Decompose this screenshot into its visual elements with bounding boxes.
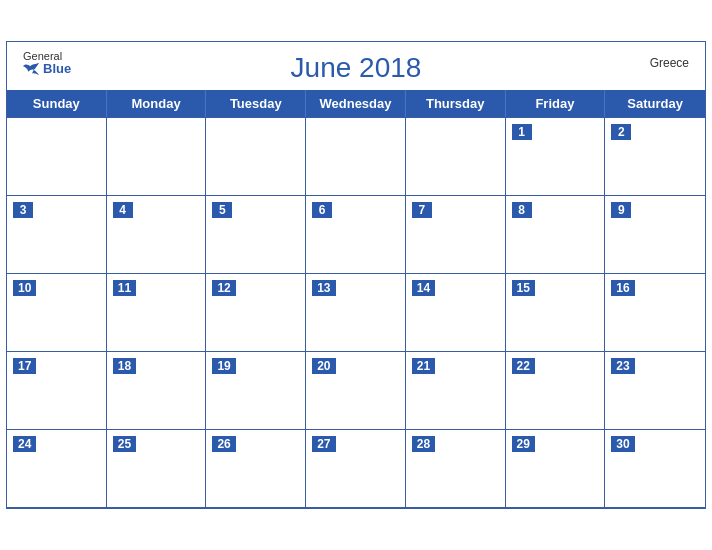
calendar-cell: 14 [406, 274, 506, 352]
calendar-cell: 26 [206, 430, 306, 508]
cell-day-number: 14 [412, 280, 435, 296]
cell-day-number: 3 [13, 202, 33, 218]
calendar-cell: 10 [7, 274, 107, 352]
cell-day-number: 19 [212, 358, 235, 374]
calendar-cell: 5 [206, 196, 306, 274]
calendar-cell: 9 [605, 196, 705, 274]
cell-day-number: 30 [611, 436, 634, 452]
cell-day-number: 22 [512, 358, 535, 374]
cell-day-number: 6 [312, 202, 332, 218]
calendar-cell [206, 118, 306, 196]
day-header-friday: Friday [506, 90, 606, 117]
country-label: Greece [650, 56, 689, 70]
cell-day-number: 24 [13, 436, 36, 452]
calendar-cell: 23 [605, 352, 705, 430]
calendar-cell: 13 [306, 274, 406, 352]
cell-day-number: 21 [412, 358, 435, 374]
calendar-cell: 25 [107, 430, 207, 508]
calendar-cell: 29 [506, 430, 606, 508]
cell-day-number: 4 [113, 202, 133, 218]
calendar-cell [406, 118, 506, 196]
calendar-cell: 4 [107, 196, 207, 274]
logo-bird-icon [23, 62, 41, 76]
day-header-sunday: Sunday [7, 90, 107, 117]
calendar-cell: 20 [306, 352, 406, 430]
cell-day-number: 16 [611, 280, 634, 296]
cell-day-number: 7 [412, 202, 432, 218]
calendar-cell: 7 [406, 196, 506, 274]
day-header-thursday: Thursday [406, 90, 506, 117]
day-header-saturday: Saturday [605, 90, 705, 117]
cell-day-number: 27 [312, 436, 335, 452]
day-header-monday: Monday [107, 90, 207, 117]
cell-day-number: 1 [512, 124, 532, 140]
cell-day-number: 28 [412, 436, 435, 452]
cell-day-number: 23 [611, 358, 634, 374]
calendar-header: General Blue June 2018 Greece [7, 42, 705, 90]
day-header-wednesday: Wednesday [306, 90, 406, 117]
cell-day-number: 18 [113, 358, 136, 374]
cell-day-number: 10 [13, 280, 36, 296]
cell-day-number: 11 [113, 280, 136, 296]
calendar-cell: 19 [206, 352, 306, 430]
calendar-cell: 24 [7, 430, 107, 508]
calendar: General Blue June 2018 Greece Sunday Mon… [6, 41, 706, 509]
day-headers: Sunday Monday Tuesday Wednesday Thursday… [7, 90, 705, 117]
calendar-cell: 16 [605, 274, 705, 352]
logo-blue-text: Blue [23, 62, 71, 76]
calendar-cell: 2 [605, 118, 705, 196]
calendar-cell: 22 [506, 352, 606, 430]
calendar-cell: 21 [406, 352, 506, 430]
calendar-grid: 1234567891011121314151617181920212223242… [7, 117, 705, 508]
cell-day-number: 25 [113, 436, 136, 452]
cell-day-number: 29 [512, 436, 535, 452]
calendar-cell [7, 118, 107, 196]
cell-day-number: 26 [212, 436, 235, 452]
cell-day-number: 20 [312, 358, 335, 374]
cell-day-number: 15 [512, 280, 535, 296]
calendar-cell: 3 [7, 196, 107, 274]
calendar-cell: 8 [506, 196, 606, 274]
calendar-cell: 27 [306, 430, 406, 508]
cell-day-number: 13 [312, 280, 335, 296]
logo: General Blue [23, 50, 71, 76]
calendar-cell: 15 [506, 274, 606, 352]
calendar-cell: 6 [306, 196, 406, 274]
cell-day-number: 12 [212, 280, 235, 296]
cell-day-number: 17 [13, 358, 36, 374]
calendar-cell [107, 118, 207, 196]
calendar-cell: 12 [206, 274, 306, 352]
calendar-cell: 1 [506, 118, 606, 196]
calendar-cell: 18 [107, 352, 207, 430]
calendar-cell: 11 [107, 274, 207, 352]
cell-day-number: 8 [512, 202, 532, 218]
calendar-cell: 30 [605, 430, 705, 508]
day-header-tuesday: Tuesday [206, 90, 306, 117]
calendar-cell: 17 [7, 352, 107, 430]
calendar-title: June 2018 [291, 52, 422, 84]
calendar-cell: 28 [406, 430, 506, 508]
cell-day-number: 5 [212, 202, 232, 218]
cell-day-number: 2 [611, 124, 631, 140]
cell-day-number: 9 [611, 202, 631, 218]
calendar-cell [306, 118, 406, 196]
